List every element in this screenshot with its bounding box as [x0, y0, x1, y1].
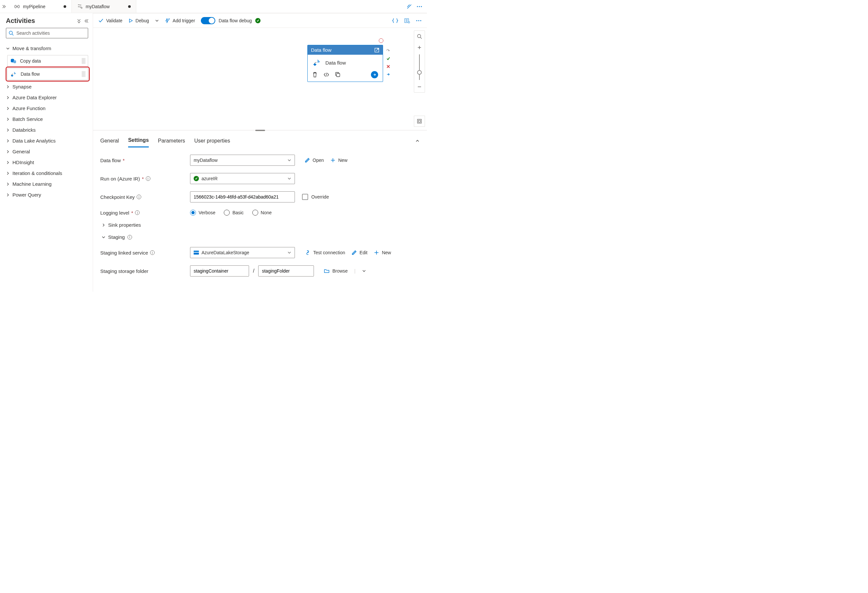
svg-point-17: [408, 21, 410, 23]
chevron-right-icon: [6, 85, 10, 89]
label-checkpoint: Checkpoint Key: [100, 194, 135, 200]
props-tab-user-properties[interactable]: User properties: [194, 136, 230, 147]
tab-mypipeline[interactable]: myPipeline: [9, 0, 72, 13]
debug-dropdown-chevron[interactable]: [155, 19, 159, 23]
info-icon[interactable]: i: [137, 195, 141, 199]
category-data-lake-analytics[interactable]: Data Lake Analytics: [6, 135, 88, 146]
tab-dirty-dot: [128, 5, 131, 8]
tab-dirty-dot: [63, 5, 66, 8]
node-run-button[interactable]: [371, 71, 378, 78]
category-batch-service[interactable]: Batch Service: [6, 114, 88, 124]
panel-collapse-icon[interactable]: [84, 19, 88, 23]
category-iteration[interactable]: Iteration & conditionals: [6, 168, 88, 178]
more-icon[interactable]: [416, 20, 422, 22]
success-connector-icon[interactable]: [386, 56, 391, 61]
category-azure-function[interactable]: Azure Function: [6, 103, 88, 114]
dataflow-debug-label: Data flow debug: [218, 18, 252, 23]
validate-button[interactable]: Validate: [98, 18, 123, 23]
zoom-out-button[interactable]: [414, 81, 425, 92]
tab-label: myPipeline: [23, 4, 45, 9]
completion-connector-icon[interactable]: [386, 72, 391, 77]
debug-button[interactable]: Debug: [128, 18, 149, 23]
category-azure-data-explorer[interactable]: Azure Data Explorer: [6, 92, 88, 103]
fit-to-screen-button[interactable]: [414, 116, 425, 127]
code-braces-icon[interactable]: [392, 18, 398, 23]
new-button[interactable]: New: [330, 158, 347, 163]
runon-select[interactable]: azureIR: [190, 173, 295, 184]
logging-verbose-radio[interactable]: Verbose: [190, 210, 215, 215]
new-linked-button[interactable]: New: [374, 250, 391, 255]
staging-folder-input[interactable]: [262, 268, 310, 274]
browse-button[interactable]: Browse: [324, 268, 348, 274]
category-power-query[interactable]: Power Query: [6, 189, 88, 200]
props-tab-general[interactable]: General: [100, 136, 119, 147]
canvas-search-button[interactable]: [414, 31, 425, 42]
logging-basic-radio[interactable]: Basic: [224, 210, 244, 215]
open-button[interactable]: Open: [305, 158, 324, 163]
more-icon[interactable]: [416, 6, 422, 7]
info-icon[interactable]: i: [150, 250, 155, 255]
add-trigger-button[interactable]: Add trigger: [165, 18, 195, 23]
code-icon[interactable]: [323, 72, 329, 77]
staging-folder-wrap: [258, 266, 314, 276]
browse-dropdown-chevron[interactable]: [362, 269, 366, 273]
props-tab-settings[interactable]: Settings: [128, 135, 149, 148]
chevron-right-icon: [6, 96, 10, 100]
staging-container-wrap: [190, 266, 249, 276]
category-ml[interactable]: Machine Learning: [6, 178, 88, 189]
pipeline-icon: [15, 4, 20, 9]
info-icon[interactable]: i: [146, 176, 151, 181]
expand-icon[interactable]: [407, 4, 412, 9]
svg-point-7: [9, 31, 12, 34]
tab-mydataflow[interactable]: myDataflow: [72, 0, 136, 13]
delete-icon[interactable]: [312, 72, 317, 78]
open-external-icon[interactable]: [374, 47, 379, 53]
activity-data-flow[interactable]: Data flow: [7, 68, 88, 80]
svg-point-5: [419, 6, 420, 7]
collapse-all-icon[interactable]: [76, 19, 81, 23]
props-collapse-button[interactable]: [415, 139, 420, 144]
category-move-transform[interactable]: Move & transform: [6, 43, 88, 54]
edit-button[interactable]: Edit: [351, 250, 367, 255]
chevron-right-icon: [102, 223, 105, 227]
canvas-node-dataflow[interactable]: Data flow Data flow: [307, 45, 383, 82]
zoom-in-button[interactable]: [414, 42, 425, 53]
pipeline-canvas[interactable]: Data flow Data flow ↷: [93, 28, 427, 130]
zoom-slider[interactable]: [419, 55, 420, 80]
dataflow-select[interactable]: myDataflow: [190, 155, 295, 166]
properties-panel: General Settings Parameters User propert…: [93, 133, 427, 292]
props-tab-parameters[interactable]: Parameters: [158, 136, 185, 147]
test-connection-button[interactable]: Test connection: [305, 250, 345, 255]
svg-rect-22: [337, 74, 340, 77]
activities-search-input[interactable]: [16, 31, 85, 36]
node-header-label: Data flow: [311, 47, 332, 53]
category-databricks[interactable]: Databricks: [6, 124, 88, 135]
chevron-right-icon: [6, 128, 10, 132]
info-icon[interactable]: i: [135, 210, 140, 215]
staging-section[interactable]: Staging i: [100, 234, 420, 240]
info-icon[interactable]: i: [127, 235, 132, 239]
tabs-scroll-button[interactable]: [0, 4, 9, 9]
category-general[interactable]: General: [6, 146, 88, 157]
override-checkbox[interactable]: [302, 194, 308, 200]
svg-rect-33: [193, 252, 199, 252]
category-synapse[interactable]: Synapse: [6, 81, 88, 92]
label-runon: Run on (Azure IR): [100, 176, 140, 181]
failure-connector-icon[interactable]: [386, 64, 391, 69]
copy-icon[interactable]: [335, 72, 341, 77]
sink-properties-section[interactable]: Sink properties: [100, 222, 420, 228]
activity-copy-data[interactable]: Copy data: [7, 55, 88, 67]
dataflow-debug-toggle[interactable]: [201, 17, 215, 24]
skip-connector-icon[interactable]: ↷: [386, 48, 391, 53]
properties-icon[interactable]: [404, 18, 410, 23]
staging-container-input[interactable]: [193, 268, 245, 274]
chevron-right-icon: [6, 161, 10, 164]
activities-search[interactable]: [6, 28, 88, 38]
checkpoint-input[interactable]: [193, 194, 291, 199]
copy-data-icon: [10, 58, 17, 64]
panel-resize-handle[interactable]: [93, 130, 427, 133]
staging-linked-select[interactable]: AzureDataLakeStorage: [190, 247, 295, 258]
category-hdinsight[interactable]: HDInsight: [6, 157, 88, 168]
logging-none-radio[interactable]: None: [252, 210, 272, 215]
play-icon: [128, 18, 133, 23]
